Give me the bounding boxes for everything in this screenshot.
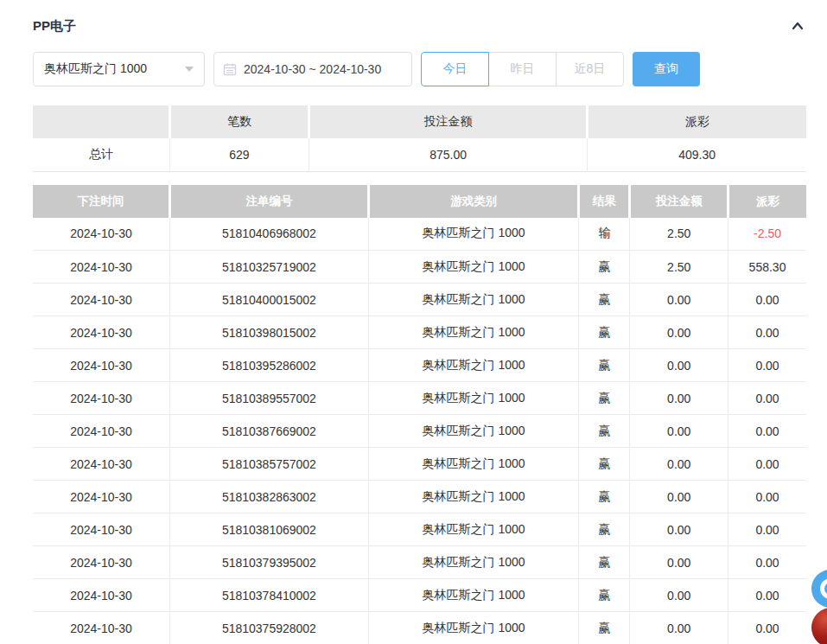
bet-time-cell: 2024-10-30 bbox=[33, 481, 169, 513]
records-header-row: 下注时间 注单编号 游戏类别 结果 投注金额 派彩 bbox=[33, 185, 806, 218]
summary-header-payout: 派彩 bbox=[588, 105, 806, 138]
yesterday-button[interactable]: 昨日 bbox=[488, 52, 557, 86]
bet-amount-cell: 0.00 bbox=[630, 415, 728, 448]
result-cell: 赢 bbox=[579, 251, 630, 284]
record-row: 2024-10-3051810406968002奥林匹斯之门 1000输2.50… bbox=[33, 218, 806, 251]
customer-service-icon bbox=[820, 578, 827, 599]
game-type-cell: 奥林匹斯之门 1000 bbox=[368, 251, 578, 284]
bet-amount-cell: 2.50 bbox=[630, 218, 728, 251]
today-button[interactable]: 今日 bbox=[421, 52, 489, 86]
bet-amount-cell: 0.00 bbox=[630, 481, 728, 513]
summary-header-row: 笔数 投注金额 派彩 bbox=[33, 105, 806, 138]
payout-cell: 558.30 bbox=[728, 251, 806, 284]
record-row: 2024-10-3051810389557002奥林匹斯之门 1000赢0.00… bbox=[33, 382, 806, 415]
bet-amount-cell: 0.00 bbox=[630, 284, 728, 316]
filter-toolbar: 奥林匹斯之门 1000 2024-10-30 ~ 2024-10-30 今日 昨… bbox=[33, 52, 806, 86]
payout-cell: 0.00 bbox=[728, 546, 806, 579]
result-cell: 赢 bbox=[579, 481, 630, 513]
summary-total-label: 总计 bbox=[33, 138, 169, 171]
order-id-cell: 51810385757002 bbox=[169, 448, 368, 481]
bet-amount-cell: 0.00 bbox=[630, 612, 728, 644]
summary-total-row: 总计 629 875.00 409.30 bbox=[33, 138, 806, 171]
record-row: 2024-10-3051810398015002奥林匹斯之门 1000赢0.00… bbox=[33, 316, 806, 349]
summary-total-payout: 409.30 bbox=[588, 138, 806, 171]
record-row: 2024-10-3051810382863002奥林匹斯之门 1000赢0.00… bbox=[33, 481, 806, 513]
payout-cell: 0.00 bbox=[728, 612, 806, 644]
summary-total-bet-amount: 875.00 bbox=[309, 138, 588, 171]
quick-date-button-group: 今日 昨日 近8日 bbox=[421, 52, 624, 86]
bet-time-cell: 2024-10-30 bbox=[33, 448, 169, 481]
order-id-cell: 51810389557002 bbox=[169, 382, 368, 415]
result-cell: 输 bbox=[579, 218, 630, 251]
bet-amount-cell: 0.00 bbox=[630, 448, 728, 481]
game-type-cell: 奥林匹斯之门 1000 bbox=[368, 513, 578, 546]
game-type-cell: 奥林匹斯之门 1000 bbox=[368, 481, 578, 513]
order-id-cell: 51810382863002 bbox=[169, 481, 368, 513]
bet-amount-cell: 2.50 bbox=[630, 251, 728, 284]
payout-cell: 0.00 bbox=[728, 284, 806, 316]
bet-amount-cell: 0.00 bbox=[630, 316, 728, 349]
summary-total-count: 629 bbox=[169, 138, 309, 171]
record-row: 2024-10-3051810385757002奥林匹斯之门 1000赢0.00… bbox=[33, 448, 806, 481]
payout-cell: 0.00 bbox=[728, 349, 806, 382]
records-header-game-type: 游戏类别 bbox=[368, 185, 578, 218]
record-row: 2024-10-3051810325719002奥林匹斯之门 1000赢2.50… bbox=[33, 251, 806, 284]
game-type-cell: 奥林匹斯之门 1000 bbox=[368, 415, 578, 448]
records-header-result: 结果 bbox=[579, 185, 630, 218]
game-type-cell: 奥林匹斯之门 1000 bbox=[368, 612, 578, 644]
panel-header: PP电子 bbox=[33, 17, 806, 35]
bet-time-cell: 2024-10-30 bbox=[33, 579, 169, 612]
game-type-cell: 奥林匹斯之门 1000 bbox=[368, 448, 578, 481]
order-id-cell: 51810387669002 bbox=[169, 415, 368, 448]
bet-amount-cell: 0.00 bbox=[630, 349, 728, 382]
result-cell: 赢 bbox=[579, 284, 630, 316]
records-header-payout: 派彩 bbox=[728, 185, 806, 218]
bet-amount-cell: 0.00 bbox=[630, 579, 728, 612]
result-cell: 赢 bbox=[579, 612, 630, 644]
game-select-value: 奥林匹斯之门 1000 bbox=[44, 61, 147, 77]
order-id-cell: 51810379395002 bbox=[169, 546, 368, 579]
order-id-cell: 51810381069002 bbox=[169, 513, 368, 546]
game-type-cell: 奥林匹斯之门 1000 bbox=[368, 382, 578, 415]
result-cell: 赢 bbox=[579, 579, 630, 612]
order-id-cell: 51810395286002 bbox=[169, 349, 368, 382]
payout-cell: 0.00 bbox=[728, 579, 806, 612]
page-title: PP电子 bbox=[33, 18, 76, 35]
collapse-panel-button[interactable] bbox=[789, 17, 806, 35]
order-id-cell: 51810378410002 bbox=[169, 579, 368, 612]
game-type-cell: 奥林匹斯之门 1000 bbox=[368, 218, 578, 251]
chevron-down-icon bbox=[185, 67, 194, 72]
bet-time-cell: 2024-10-30 bbox=[33, 251, 169, 284]
result-cell: 赢 bbox=[579, 546, 630, 579]
payout-cell: 0.00 bbox=[728, 415, 806, 448]
result-cell: 赢 bbox=[579, 316, 630, 349]
payout-cell: 0.00 bbox=[728, 513, 806, 546]
last-8-days-button[interactable]: 近8日 bbox=[556, 52, 624, 86]
bet-time-cell: 2024-10-30 bbox=[33, 382, 169, 415]
game-type-cell: 奥林匹斯之门 1000 bbox=[368, 316, 578, 349]
search-button[interactable]: 查询 bbox=[633, 52, 700, 86]
bet-time-cell: 2024-10-30 bbox=[33, 546, 169, 579]
summary-table: 笔数 投注金额 派彩 总计 629 875.00 409.30 bbox=[33, 105, 806, 172]
record-row: 2024-10-3051810395286002奥林匹斯之门 1000赢0.00… bbox=[33, 349, 806, 382]
pp-games-panel: PP电子 奥林匹斯之门 1000 2024-10-30 ~ 2024-10-30 bbox=[0, 0, 827, 644]
bet-time-cell: 2024-10-30 bbox=[33, 316, 169, 349]
bet-time-cell: 2024-10-30 bbox=[33, 284, 169, 316]
record-row: 2024-10-3051810387669002奥林匹斯之门 1000赢0.00… bbox=[33, 415, 806, 448]
date-range-input[interactable]: 2024-10-30 ~ 2024-10-30 bbox=[213, 52, 412, 86]
chevron-up-icon bbox=[790, 18, 805, 34]
game-type-cell: 奥林匹斯之门 1000 bbox=[368, 579, 578, 612]
records-header-bet-amount: 投注金额 bbox=[630, 185, 728, 218]
game-type-cell: 奥林匹斯之门 1000 bbox=[368, 284, 578, 316]
summary-header-empty bbox=[33, 105, 169, 138]
game-select[interactable]: 奥林匹斯之门 1000 bbox=[33, 52, 205, 86]
record-row: 2024-10-3051810375928002奥林匹斯之门 1000赢0.00… bbox=[33, 612, 806, 644]
game-type-cell: 奥林匹斯之门 1000 bbox=[368, 349, 578, 382]
result-cell: 赢 bbox=[579, 349, 630, 382]
bet-time-cell: 2024-10-30 bbox=[33, 349, 169, 382]
bet-time-cell: 2024-10-30 bbox=[33, 612, 169, 644]
payout-cell: -2.50 bbox=[728, 218, 806, 251]
records-header-bet-time: 下注时间 bbox=[33, 185, 169, 218]
result-cell: 赢 bbox=[579, 448, 630, 481]
bet-amount-cell: 0.00 bbox=[630, 382, 728, 415]
